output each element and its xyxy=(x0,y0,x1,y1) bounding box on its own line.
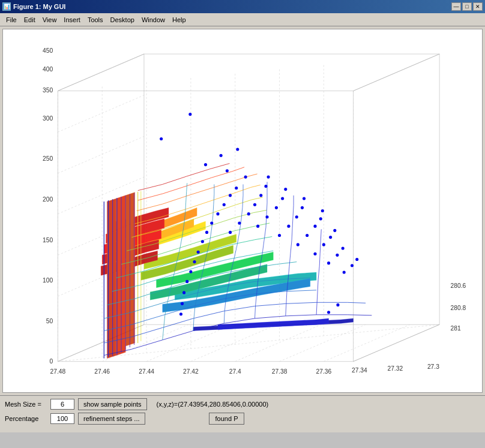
svg-point-77 xyxy=(229,231,232,234)
svg-text:250: 250 xyxy=(43,155,53,162)
mesh-size-input[interactable] xyxy=(50,399,74,410)
menu-desktop[interactable]: Desktop xyxy=(107,15,138,25)
show-sample-button[interactable]: show sample points xyxy=(78,398,147,410)
main-content: 0 50 100 150 200 250 300 350 400 450 27.… xyxy=(0,26,485,432)
svg-point-69 xyxy=(201,240,204,243)
svg-point-96 xyxy=(313,225,316,228)
menu-file[interactable]: File xyxy=(2,15,20,25)
svg-point-86 xyxy=(275,206,278,209)
svg-point-73 xyxy=(185,280,188,283)
svg-text:27.48: 27.48 xyxy=(50,368,66,375)
svg-point-93 xyxy=(303,197,306,200)
svg-point-61 xyxy=(226,169,229,172)
plot-svg: 0 50 100 150 200 250 300 350 400 450 27.… xyxy=(3,29,482,392)
svg-point-76 xyxy=(179,312,182,315)
svg-point-72 xyxy=(189,270,192,273)
svg-text:27.32: 27.32 xyxy=(387,365,403,372)
svg-text:280.8: 280.8 xyxy=(451,305,466,311)
percentage-input[interactable] xyxy=(50,413,74,424)
svg-text:27.42: 27.42 xyxy=(183,368,199,375)
title-bar-buttons: — □ ✕ xyxy=(451,2,483,11)
percentage-label: Percentage xyxy=(5,415,47,422)
svg-text:280.6: 280.6 xyxy=(451,282,466,289)
svg-point-107 xyxy=(351,264,354,267)
svg-point-98 xyxy=(321,209,324,212)
svg-point-83 xyxy=(267,176,270,179)
svg-point-56 xyxy=(188,113,191,116)
close-button[interactable]: ✕ xyxy=(473,2,483,11)
svg-text:27.46: 27.46 xyxy=(94,368,110,375)
svg-text:27.38: 27.38 xyxy=(272,368,288,375)
svg-point-78 xyxy=(238,221,241,224)
svg-point-97 xyxy=(319,217,322,220)
svg-point-68 xyxy=(205,231,208,234)
svg-point-79 xyxy=(247,212,250,215)
svg-point-84 xyxy=(256,225,259,228)
svg-marker-45 xyxy=(125,193,134,346)
svg-point-89 xyxy=(278,234,281,237)
svg-point-90 xyxy=(287,225,290,228)
minimize-button[interactable]: — xyxy=(451,2,461,11)
svg-text:100: 100 xyxy=(43,277,53,284)
svg-point-67 xyxy=(210,221,213,224)
svg-point-75 xyxy=(181,302,184,305)
svg-text:281: 281 xyxy=(451,325,461,332)
menu-bar: File Edit View Insert Tools Desktop Wind… xyxy=(0,13,485,26)
menu-view[interactable]: View xyxy=(39,15,61,25)
svg-point-103 xyxy=(327,261,330,264)
svg-rect-0 xyxy=(8,29,476,392)
menu-edit[interactable]: Edit xyxy=(20,15,39,25)
svg-point-91 xyxy=(295,215,298,218)
bottom-controls: Mesh Size = show sample points (x,y,z)=(… xyxy=(0,395,485,432)
svg-point-63 xyxy=(235,187,238,190)
svg-text:27.34: 27.34 xyxy=(352,367,367,374)
svg-text:50: 50 xyxy=(46,318,53,324)
svg-point-100 xyxy=(322,243,325,246)
svg-text:200: 200 xyxy=(43,196,53,203)
svg-point-66 xyxy=(216,212,219,215)
svg-point-88 xyxy=(284,188,287,191)
svg-point-81 xyxy=(259,194,262,197)
svg-point-65 xyxy=(223,203,226,206)
svg-point-110 xyxy=(336,303,339,306)
menu-insert[interactable]: Insert xyxy=(60,15,84,25)
row-1: Mesh Size = show sample points (x,y,z)=(… xyxy=(5,398,480,410)
app-icon-symbol: 📊 xyxy=(4,4,10,10)
svg-text:27.4: 27.4 xyxy=(229,368,241,375)
svg-text:400: 400 xyxy=(43,66,53,73)
menu-tools[interactable]: Tools xyxy=(84,15,107,25)
svg-point-102 xyxy=(333,229,336,232)
svg-text:300: 300 xyxy=(43,115,53,122)
mesh-size-label: Mesh Size = xyxy=(5,401,47,408)
app-icon: 📊 xyxy=(2,2,11,11)
coordinates-text: (x,y,z)=(27.43954,280.85406,0.00000) xyxy=(157,401,269,408)
svg-point-92 xyxy=(301,206,304,209)
svg-point-64 xyxy=(229,194,232,197)
found-p-button[interactable]: found P xyxy=(209,413,245,425)
title-bar-left: 📊 Figure 1: My GUI xyxy=(2,2,65,11)
menu-help[interactable]: Help xyxy=(169,15,190,25)
svg-point-95 xyxy=(306,234,309,237)
svg-point-57 xyxy=(160,137,163,140)
svg-point-109 xyxy=(327,311,330,314)
svg-point-106 xyxy=(343,270,346,273)
svg-point-60 xyxy=(236,148,239,151)
svg-point-80 xyxy=(253,203,256,206)
row-2: Percentage refinement steps ... found P xyxy=(5,413,480,425)
refinement-steps-button[interactable]: refinement steps ... xyxy=(78,413,145,425)
svg-point-62 xyxy=(244,176,247,179)
svg-point-87 xyxy=(281,197,284,200)
svg-point-59 xyxy=(220,154,223,157)
svg-point-94 xyxy=(297,243,300,246)
svg-text:450: 450 xyxy=(43,47,53,54)
svg-point-58 xyxy=(204,163,207,166)
maximize-button[interactable]: □ xyxy=(462,2,472,11)
svg-marker-44 xyxy=(116,196,125,356)
plot-area: 0 50 100 150 200 250 300 350 400 450 27.… xyxy=(2,29,483,393)
svg-point-108 xyxy=(355,258,358,261)
svg-point-74 xyxy=(182,291,185,294)
svg-point-105 xyxy=(342,246,345,249)
svg-text:350: 350 xyxy=(43,87,53,94)
title-bar: 📊 Figure 1: My GUI — □ ✕ xyxy=(0,0,485,13)
menu-window[interactable]: Window xyxy=(138,15,169,25)
